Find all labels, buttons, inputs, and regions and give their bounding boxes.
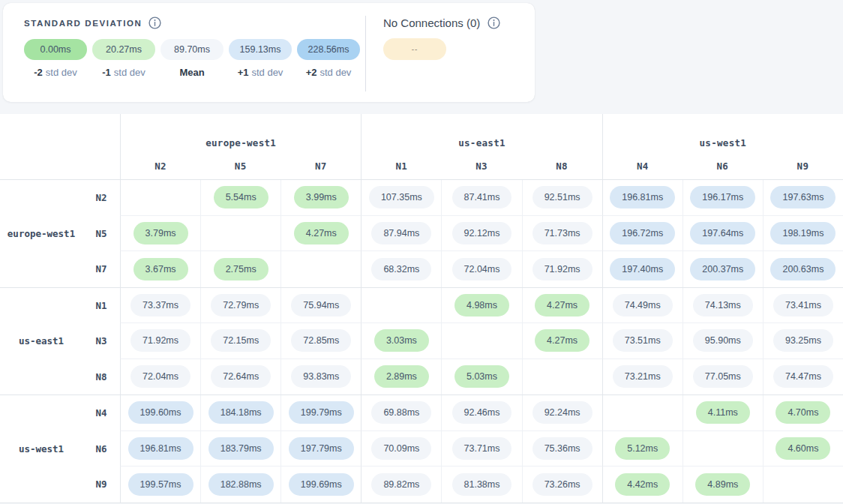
latency-cell[interactable]: 4.27ms [280,216,361,252]
latency-cell[interactable]: 3.79ms [120,216,200,252]
column-node-header[interactable]: N9 [763,153,843,179]
latency-cell[interactable]: 2.89ms [361,359,441,395]
latency-cell[interactable]: 75.94ms [280,288,361,324]
latency-cell[interactable]: 68.32ms [361,251,441,287]
latency-cell[interactable] [602,395,682,431]
latency-cell[interactable]: 87.94ms [361,216,441,252]
row-node-label[interactable]: N4 [82,407,120,418]
latency-cell[interactable]: 92.24ms [522,395,602,431]
latency-cell[interactable]: 197.63ms [763,180,843,216]
row-node-label[interactable]: N3 [82,335,120,346]
column-node-header[interactable]: N8 [522,153,602,179]
info-icon[interactable] [148,16,161,29]
row-node-label[interactable]: N8 [82,371,120,382]
latency-cell[interactable]: 3.99ms [280,180,361,216]
latency-cell[interactable]: 73.71ms [441,431,521,467]
latency-cell[interactable]: 4.42ms [602,466,682,502]
row-node-label[interactable]: N1 [82,300,120,311]
column-region-header[interactable]: us-west1 [602,114,843,153]
latency-cell[interactable]: 81.38ms [441,466,521,502]
latency-cell[interactable]: 196.72ms [602,216,682,252]
latency-cell[interactable]: 197.79ms [280,431,361,467]
latency-cell[interactable] [361,288,441,324]
latency-cell[interactable]: 72.85ms [280,323,361,359]
latency-cell[interactable]: 199.57ms [120,466,200,502]
latency-cell[interactable]: 73.21ms [602,359,682,395]
latency-cell[interactable] [763,466,843,502]
latency-cell[interactable]: 74.49ms [602,288,682,324]
latency-cell[interactable]: 92.51ms [522,180,602,216]
column-node-header[interactable]: N4 [602,153,682,179]
latency-cell[interactable]: 199.79ms [280,395,361,431]
latency-cell[interactable]: 107.35ms [361,180,441,216]
latency-cell[interactable]: 196.17ms [682,180,763,216]
latency-cell[interactable]: 69.88ms [361,395,441,431]
latency-cell[interactable]: 93.83ms [280,359,361,395]
column-region-header[interactable]: us-east1 [361,114,602,153]
latency-cell[interactable]: 3.67ms [120,251,200,287]
latency-cell[interactable]: 92.46ms [441,395,521,431]
latency-cell[interactable] [200,216,280,252]
column-node-header[interactable]: N5 [200,153,280,179]
latency-cell[interactable]: 5.12ms [602,431,682,467]
latency-cell[interactable]: 74.13ms [682,288,763,324]
latency-cell[interactable]: 200.63ms [763,251,843,287]
latency-cell[interactable]: 72.15ms [200,323,280,359]
latency-cell[interactable]: 4.89ms [682,466,763,502]
latency-cell[interactable]: 197.64ms [682,216,763,252]
latency-cell[interactable]: 199.69ms [280,466,361,502]
latency-cell[interactable]: 197.40ms [602,251,682,287]
latency-cell[interactable]: 73.51ms [602,323,682,359]
latency-cell[interactable]: 71.73ms [522,216,602,252]
latency-cell[interactable]: 77.05ms [682,359,763,395]
latency-cell[interactable]: 4.27ms [522,323,602,359]
latency-cell[interactable]: 89.82ms [361,466,441,502]
latency-cell[interactable]: 74.47ms [763,359,843,395]
latency-cell[interactable]: 72.64ms [200,359,280,395]
latency-cell[interactable]: 2.75ms [200,251,280,287]
latency-cell[interactable] [682,431,763,467]
latency-cell[interactable]: 73.41ms [763,288,843,324]
latency-cell[interactable]: 72.04ms [120,359,200,395]
row-node-label[interactable]: N7 [82,263,120,274]
latency-cell[interactable]: 5.03ms [441,359,521,395]
latency-cell[interactable]: 93.25ms [763,323,843,359]
latency-cell[interactable]: 4.11ms [682,395,763,431]
latency-cell[interactable]: 71.92ms [522,251,602,287]
latency-cell[interactable]: 3.03ms [361,323,441,359]
latency-cell[interactable]: 95.90ms [682,323,763,359]
latency-cell[interactable]: 73.26ms [522,466,602,502]
latency-cell[interactable]: 70.09ms [361,431,441,467]
row-node-label[interactable]: N6 [82,443,120,454]
latency-cell[interactable]: 196.81ms [602,180,682,216]
latency-cell[interactable]: 198.19ms [763,216,843,252]
row-node-label[interactable]: N5 [82,228,120,239]
column-node-header[interactable]: N3 [441,153,521,179]
latency-cell[interactable] [522,359,602,395]
latency-cell[interactable]: 87.41ms [441,180,521,216]
latency-cell[interactable]: 71.92ms [120,323,200,359]
latency-cell[interactable] [280,251,361,287]
column-node-header[interactable]: N6 [682,153,763,179]
latency-cell[interactable]: 73.37ms [120,288,200,324]
latency-cell[interactable]: 92.12ms [441,216,521,252]
latency-cell[interactable]: 182.88ms [200,466,280,502]
latency-cell[interactable]: 72.79ms [200,288,280,324]
row-node-label[interactable]: N9 [82,478,120,490]
latency-cell[interactable]: 5.54ms [200,180,280,216]
row-node-label[interactable]: N2 [82,192,120,203]
latency-cell[interactable]: 199.60ms [120,395,200,431]
latency-cell[interactable]: 184.18ms [200,395,280,431]
latency-cell[interactable] [120,180,200,216]
info-icon[interactable] [488,16,500,29]
column-node-header[interactable]: N7 [280,153,361,179]
latency-cell[interactable]: 72.04ms [441,251,521,287]
latency-cell[interactable]: 183.79ms [200,431,280,467]
latency-cell[interactable]: 196.81ms [120,431,200,467]
latency-cell[interactable] [441,323,521,359]
latency-cell[interactable]: 4.60ms [763,431,843,467]
column-node-header[interactable]: N2 [120,153,200,179]
column-node-header[interactable]: N1 [361,153,441,179]
latency-cell[interactable]: 75.36ms [522,431,602,467]
latency-cell[interactable]: 4.27ms [522,288,602,324]
